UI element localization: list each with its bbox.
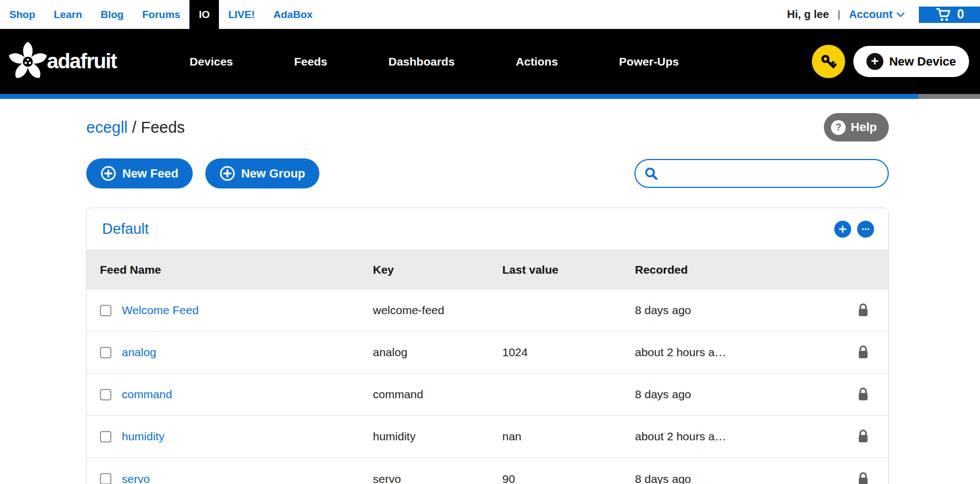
lock-icon	[856, 386, 870, 403]
breadcrumb-separator: /	[128, 119, 141, 136]
table-row: analog analog 1024 about 2 hours a…	[87, 332, 888, 374]
new-device-button[interactable]: + New Device	[853, 46, 969, 77]
column-header-last-value: Last value	[502, 263, 635, 276]
adafruit-logo[interactable]: adafruit	[7, 40, 116, 83]
adafruit-flower-icon	[7, 40, 49, 83]
link-forums[interactable]: Forums	[133, 0, 189, 29]
actions-row: New Feed New Group	[86, 158, 889, 188]
utility-links: Shop Learn Blog Forums IO LIVE! AdaBox	[0, 0, 322, 29]
feed-link[interactable]: servo	[122, 473, 150, 484]
search-input[interactable]	[664, 167, 880, 180]
privacy-cell	[851, 428, 875, 445]
group-add-button[interactable]	[834, 221, 851, 238]
account-menu[interactable]: Account	[849, 8, 905, 21]
nav-item-devices[interactable]: Devices	[159, 55, 263, 68]
link-learn[interactable]: Learn	[45, 0, 92, 29]
link-live[interactable]: LIVE!	[219, 0, 264, 29]
divider: |	[838, 9, 840, 20]
privacy-cell	[851, 302, 875, 318]
nav-right: + New Device	[812, 45, 969, 78]
feed-link[interactable]: Welcome Feed	[122, 304, 199, 317]
group-card-header: Default	[87, 208, 888, 250]
new-group-label: New Group	[241, 167, 305, 181]
column-header-key: Key	[373, 263, 502, 276]
user-greeting: Hi, g lee	[787, 8, 829, 21]
recorded-cell: about 2 hours a…	[635, 346, 851, 359]
new-feed-button[interactable]: New Feed	[86, 158, 193, 188]
nav-menu: Devices Feeds Dashboards Actions Power-U…	[159, 55, 709, 68]
help-label: Help	[851, 120, 877, 134]
breadcrumb-user-link[interactable]: ecegll	[86, 119, 128, 136]
lock-icon	[856, 471, 870, 484]
table-row: servo servo 90 8 days ago	[87, 458, 888, 484]
row-checkbox[interactable]	[100, 305, 111, 316]
utility-bar: Shop Learn Blog Forums IO LIVE! AdaBox H…	[0, 0, 980, 29]
lock-icon	[856, 344, 870, 361]
page-content: ecegll / Feeds ? Help New Feed New Group…	[0, 113, 980, 484]
feeds-table-header: Feed Name Key Last value Recorded	[87, 250, 888, 290]
account-label: Account	[849, 8, 893, 21]
feed-key-cell: servo	[373, 473, 502, 484]
logo-wordmark: adafruit	[47, 50, 116, 73]
feed-link[interactable]: analog	[122, 346, 156, 359]
plus-circle-icon	[100, 166, 116, 181]
feed-name-cell: Welcome Feed	[100, 304, 373, 317]
tab-io[interactable]: IO	[189, 0, 219, 29]
recorded-cell: 8 days ago	[635, 388, 851, 401]
search-box	[634, 159, 889, 188]
row-checkbox[interactable]	[100, 473, 111, 484]
privacy-cell	[851, 344, 875, 361]
row-checkbox[interactable]	[100, 431, 111, 442]
feed-key-cell: command	[373, 388, 502, 401]
group-title-link[interactable]: Default	[102, 221, 149, 238]
last-value-cell: 1024	[502, 346, 635, 359]
chevron-down-icon	[896, 12, 905, 17]
row-checkbox[interactable]	[100, 347, 111, 358]
group-card-actions	[834, 221, 874, 238]
main-nav: adafruit Devices Feeds Dashboards Action…	[0, 29, 980, 94]
accent-stripe	[0, 94, 980, 99]
nav-item-powerups[interactable]: Power-Ups	[589, 55, 710, 68]
group-more-button[interactable]	[857, 221, 874, 238]
cart-icon	[935, 7, 952, 23]
lock-icon	[856, 428, 870, 445]
cart-button[interactable]: 0	[919, 7, 980, 23]
nav-item-dashboards[interactable]: Dashboards	[358, 55, 485, 68]
feed-key-cell: humidity	[373, 430, 502, 443]
help-button[interactable]: ? Help	[824, 113, 889, 141]
feed-name-cell: command	[100, 388, 373, 401]
feed-link[interactable]: command	[122, 388, 172, 401]
privacy-cell	[851, 386, 875, 403]
row-checkbox[interactable]	[100, 389, 111, 400]
link-shop[interactable]: Shop	[0, 0, 45, 29]
page-title: Feeds	[141, 119, 185, 136]
api-key-button[interactable]	[812, 45, 845, 78]
key-icon	[818, 52, 838, 72]
last-value-cell: 90	[502, 473, 635, 484]
feed-key-cell: analog	[373, 346, 502, 359]
lock-icon	[856, 302, 870, 318]
table-row: humidity humidity nan about 2 hours a…	[87, 416, 888, 458]
privacy-cell	[851, 471, 875, 484]
plus-circle-icon: +	[866, 53, 883, 70]
feed-link[interactable]: humidity	[122, 430, 164, 443]
search-icon	[644, 166, 659, 181]
table-row: command command 8 days ago	[87, 374, 888, 416]
cart-count: 0	[957, 7, 964, 22]
feeds-table-body: Welcome Feed welcome-feed 8 days ago ana…	[87, 290, 888, 484]
nav-item-feeds[interactable]: Feeds	[264, 55, 358, 68]
new-group-button[interactable]: New Group	[205, 158, 319, 188]
feed-name-cell: humidity	[100, 430, 373, 443]
plus-icon	[838, 225, 847, 234]
question-mark-icon: ?	[831, 120, 846, 135]
link-adabox[interactable]: AdaBox	[264, 0, 322, 29]
recorded-cell: 8 days ago	[635, 304, 851, 317]
feed-name-cell: analog	[100, 346, 373, 359]
link-blog[interactable]: Blog	[91, 0, 133, 29]
new-feed-label: New Feed	[122, 167, 179, 181]
nav-item-actions[interactable]: Actions	[485, 55, 589, 68]
recorded-cell: about 2 hours a…	[635, 430, 851, 443]
plus-circle-icon	[219, 166, 235, 181]
column-header-feed-name: Feed Name	[100, 263, 373, 276]
column-header-recorded: Recorded	[635, 263, 851, 276]
